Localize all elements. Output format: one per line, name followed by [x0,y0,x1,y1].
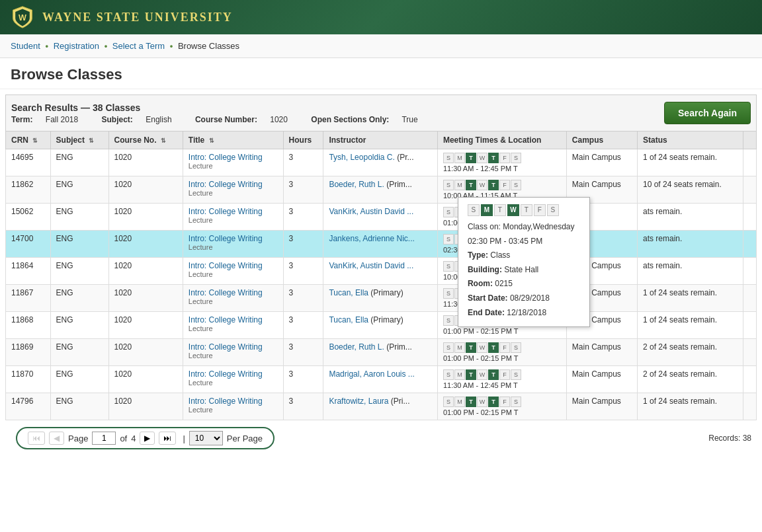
tooltip-row: Building: State Hall [468,263,580,278]
cell-instructor: Boeder, Ruth L. (Prim... [323,339,437,366]
cell-subject: ENG [50,285,108,312]
instructor-link[interactable]: Madrigal, Aaron Louis ... [329,369,414,379]
cell-crn: 11868 [6,312,51,339]
course-type: Lecture [189,406,278,414]
course-title-link[interactable]: Intro: College Writing [189,397,263,406]
course-title-link[interactable]: Intro: College Writing [189,369,263,379]
cell-crn: 15062 [6,204,51,231]
breadcrumb-student[interactable]: Student [11,41,40,51]
search-results-meta: Term: Fall 2018 Subject: English Course … [11,115,439,124]
records-info: Records: 38 [708,434,751,443]
breadcrumb-sep-2: • [105,41,108,51]
col-crn[interactable]: CRN ⇅ [6,132,51,149]
day-badge: S [443,180,454,190]
cell-crn: 11864 [6,258,51,285]
cell-title: Intro: College WritingLecture [183,176,283,204]
instructor-link[interactable]: Tucan, Ella [329,315,368,324]
instructor-link[interactable]: Boeder, Ruth L. [329,180,384,189]
header-logo: W WAYNE STATE UNIVERSITY [11,5,233,29]
table-row: 14796ENG1020Intro: College WritingLectur… [6,393,757,420]
breadcrumb-select-term[interactable]: Select a Term [112,41,165,51]
meeting-time: 11:30 AM - 12:45 PM T [443,381,561,389]
instructor-link[interactable]: Boeder, Ruth L. [329,342,384,352]
course-title-link[interactable]: Intro: College Writing [189,261,263,270]
day-badge: S [443,288,454,299]
cell-hours: 3 [283,312,323,339]
cell-hours: 3 [283,339,323,366]
per-page-select[interactable]: 10 25 50 100 [189,431,223,445]
open-sections-info: Open Sections Only: True [311,115,428,124]
instructor-link[interactable]: Tucan, Ella [329,288,368,297]
day-badge: M [454,180,465,190]
col-subject[interactable]: Subject ⇅ [50,132,108,149]
course-title-link[interactable]: Intro: College Writing [189,315,263,324]
tooltip-row: Class on: Monday,Wednesday [468,220,580,235]
day-badge: F [499,397,510,407]
cell-hours: 3 [283,204,323,231]
last-page-button[interactable]: ⏭ [159,432,176,445]
university-shield-icon: W [11,5,34,29]
cell-instructor: Boeder, Ruth L. (Prim... [323,176,437,204]
instructor-link[interactable]: Jankens, Adrienne Nic... [329,234,414,243]
cell-status: 1 of 24 seats remain. [638,393,743,420]
day-badge: T [488,397,499,407]
table-row: 14700ENG1020Intro: College WritingLectur… [6,231,757,258]
breadcrumb-sep-3: • [170,41,173,51]
cell-empty [743,231,756,258]
day-badge: T [466,369,476,380]
cell-crn: 14700 [6,231,51,258]
course-title-link[interactable]: Intro: College Writing [189,207,263,216]
cell-empty [743,149,756,176]
search-results-info: Search Results — 38 Classes Term: Fall 2… [11,102,439,124]
tooltip-row: Room: 0215 [468,277,580,291]
cell-crn: 14695 [6,149,51,176]
course-title-link[interactable]: Intro: College Writing [189,234,263,243]
cell-status: 1 of 24 seats remain. [638,312,743,339]
cell-course-no: 1020 [108,176,183,204]
course-type: Lecture [189,270,278,278]
breadcrumb: Student • Registration • Select a Term •… [0,34,762,58]
page-input[interactable] [92,432,116,445]
course-title-link[interactable]: Intro: College Writing [189,180,263,189]
day-badge: W [477,180,487,190]
cell-hours: 3 [283,231,323,258]
day-badge: F [499,153,510,163]
instructor-link[interactable]: VanKirk, Austin David ... [329,207,413,216]
svg-text:W: W [19,13,26,22]
table-row: 11867ENG1020Intro: College WritingLectur… [6,285,757,312]
instructor-link[interactable]: Tysh, Leopoldia C. [329,153,394,162]
instructor-link[interactable]: Kraftowitz, Laura [329,397,388,406]
day-badge: F [499,342,510,353]
next-page-button[interactable]: ▶ [140,432,155,445]
cell-course-no: 1020 [108,204,183,231]
course-title-link[interactable]: Intro: College Writing [189,153,263,162]
cell-subject: ENG [50,176,108,204]
search-again-button[interactable]: Search Again [664,102,751,124]
instructor-link[interactable]: VanKirk, Austin David ... [329,261,413,270]
prev-page-button[interactable]: ◀ [49,432,64,445]
course-title-link[interactable]: Intro: College Writing [189,288,263,297]
day-badge: T [466,342,476,353]
tooltip-row: Start Date: 08/29/2018 [468,291,580,306]
breadcrumb-registration[interactable]: Registration [54,41,99,51]
table-row: 11864ENG1020Intro: College WritingLectur… [6,258,757,285]
cell-instructor: Kraftowitz, Laura (Pri... [323,393,437,420]
university-name: WAYNE STATE UNIVERSITY [42,11,233,24]
col-title[interactable]: Title ⇅ [183,132,283,149]
course-title-link[interactable]: Intro: College Writing [189,342,263,352]
table-row: 11868ENG1020Intro: College WritingLectur… [6,312,757,339]
cell-campus: Main Campus [566,393,637,420]
cell-course-no: 1020 [108,231,183,258]
col-course-no[interactable]: Course No. ⇅ [108,132,183,149]
cell-course-no: 1020 [108,258,183,285]
results-table: CRN ⇅ Subject ⇅ Course No. ⇅ Title ⇅ Hou… [5,131,757,420]
cell-title: Intro: College WritingLecture [183,285,283,312]
meeting-time: 01:00 PM - 02:15 PM T [443,408,561,416]
cell-campus: Main Campus [566,149,637,176]
col-actions [743,132,756,149]
cell-title: Intro: College WritingLecture [183,149,283,176]
col-hours: Hours [283,132,323,149]
cell-crn: 11867 [6,285,51,312]
cell-hours: 3 [283,366,323,393]
first-page-button[interactable]: ⏮ [28,432,45,445]
